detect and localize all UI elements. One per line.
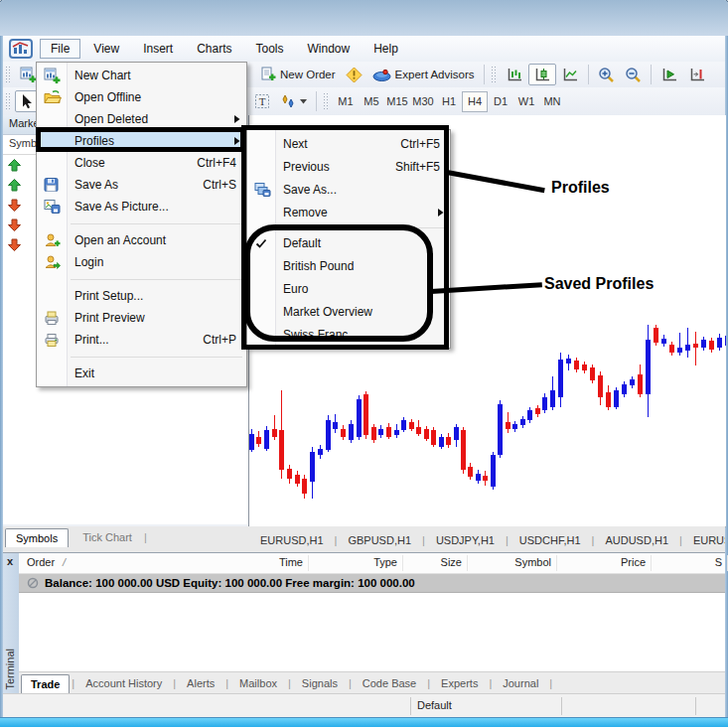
terminal-close-button[interactable]: x [7, 555, 13, 567]
candle-body [468, 467, 473, 477]
terminal-tab-journal[interactable]: Journal [494, 674, 547, 692]
menu-item-close[interactable]: CloseCtrl+F4 [37, 152, 246, 174]
annotation-label-saved-profiles: Saved Profiles [544, 275, 654, 293]
toolbar-grip[interactable] [5, 66, 12, 83]
candle-body [446, 437, 451, 445]
candle-body [506, 422, 510, 429]
menu-item-save-as-picture[interactable]: Save As Picture... [37, 196, 246, 218]
terminal-column-price[interactable]: Price [621, 556, 646, 568]
toolbar-grip[interactable] [323, 92, 330, 110]
status-profile: Default [417, 699, 452, 711]
terminal-column-symbol[interactable]: Symbol [514, 556, 551, 568]
menu-item-login[interactable]: Login [37, 251, 246, 273]
menu-item-open-offline[interactable]: Open Offline [37, 86, 246, 108]
menubar-item-file[interactable]: File [40, 39, 80, 59]
text-button[interactable]: T [249, 90, 275, 112]
menu-item-new-chart[interactable]: New Chart [37, 65, 246, 86]
toolbar-separator [316, 91, 317, 111]
expert-advisors-icon [372, 68, 391, 82]
timeframe-button-mn[interactable]: MN [539, 91, 565, 112]
terminal-tab-experts[interactable]: Experts [432, 674, 487, 692]
chart-tab[interactable]: USDCHF,H1 [519, 534, 581, 546]
tab-separator: | [679, 534, 682, 546]
menu-item-exit[interactable]: Exit [37, 363, 246, 384]
chart-tab[interactable]: GBPUSD,H1 [348, 534, 411, 546]
new-order-button[interactable]: New Order [255, 64, 341, 85]
candle-body [654, 328, 658, 343]
indicator-button[interactable] [275, 90, 312, 112]
menu-item-print-preview[interactable]: Print Preview [37, 307, 246, 329]
terminal-column-time[interactable]: Time [279, 556, 303, 568]
column-separator [651, 555, 652, 571]
toolbar-grip[interactable] [5, 92, 12, 110]
market-watch-tab-symbols[interactable]: Symbols [5, 528, 69, 547]
terminal-column-size[interactable]: Size [441, 556, 462, 568]
menu-item-label: New Chart [74, 69, 131, 82]
tab-separator: | [335, 534, 338, 546]
menubar-item-view[interactable]: View [82, 39, 130, 59]
menubar-item-charts[interactable]: Charts [186, 39, 242, 59]
market-watch-tab-tick-chart[interactable]: Tick Chart [73, 528, 142, 546]
timeframe-button-m1[interactable]: M1 [333, 91, 359, 112]
chart-tab[interactable]: AUDUSD,H1 [605, 534, 668, 546]
candle-body [476, 474, 481, 481]
terminal-table-header[interactable]: Order/TimeTypeSizeSymbolPriceS [19, 553, 725, 574]
menu-item-label: Save As [74, 178, 118, 192]
printer-icon [44, 333, 60, 348]
terminal-tab-alerts[interactable]: Alerts [178, 674, 223, 692]
zoom-in-button[interactable] [593, 64, 620, 85]
balance-row[interactable]: Balance: 100 000.00 USD Equity: 100 000.… [19, 574, 725, 593]
zoom-out-button[interactable] [620, 64, 647, 85]
mt-logo-icon[interactable] [9, 39, 33, 59]
menubar-item-insert[interactable]: Insert [132, 39, 184, 59]
terminal-column-s[interactable]: S [715, 556, 722, 568]
menu-item-label: Exit [74, 366, 94, 380]
terminal-tab-account-history[interactable]: Account History [76, 674, 171, 692]
menu-item-label: Open an Account [74, 233, 166, 247]
column-separator [467, 555, 468, 571]
chart-tab-bar: EURUSD,H1|GBPUSD,H1|USDJPY,H1|USDCHF,H1|… [251, 530, 725, 550]
candle-body [677, 348, 682, 353]
expert-advisors-button[interactable]: Expert Advisors [367, 65, 480, 85]
menubar-item-tools[interactable]: Tools [245, 39, 295, 59]
timeframe-button-m15[interactable]: M15 [384, 91, 410, 112]
terminal-tab-mailbox[interactable]: Mailbox [230, 674, 286, 692]
menu-item-print[interactable]: Print...Ctrl+P [37, 329, 246, 351]
terminal-column-type[interactable]: Type [373, 556, 397, 568]
terminal-column-order[interactable]: Order [27, 556, 55, 568]
timeframe-button-w1[interactable]: W1 [513, 91, 539, 112]
chart-tab[interactable]: EURUSD,H4 (off [693, 534, 725, 546]
candle-body [550, 390, 555, 407]
candlestick-chart-icon [533, 67, 551, 82]
terminal-tab-code-base[interactable]: Code Base [354, 674, 425, 692]
balance-status-icon [27, 577, 39, 589]
auto-scroll-button[interactable] [655, 64, 683, 85]
tab-separator: | [173, 677, 176, 689]
timeframe-button-m30[interactable]: M30 [410, 91, 436, 112]
market-watch-tabs: SymbolsTick Chart| [5, 526, 149, 548]
candlestick-chart-button[interactable] [528, 64, 556, 85]
timeframe-button-d1[interactable]: D1 [488, 91, 513, 112]
menubar-item-window[interactable]: Window [297, 39, 362, 59]
chart-tab[interactable]: USDJPY,H1 [436, 534, 495, 546]
timeframe-button-h1[interactable]: H1 [436, 91, 462, 112]
candle-body [512, 424, 517, 429]
menu-item-open-an-account[interactable]: Open an Account [37, 229, 246, 251]
menu-item-save-as[interactable]: Save AsCtrl+S [37, 174, 246, 196]
toolbar-grip[interactable] [491, 66, 498, 83]
chart-shift-button[interactable] [683, 64, 711, 85]
chart-tab[interactable]: EURUSD,H1 [260, 534, 324, 546]
menubar-item-help[interactable]: Help [363, 39, 409, 59]
terminal-tab-signals[interactable]: Signals [293, 674, 347, 692]
alert-button[interactable] [341, 64, 367, 86]
menu-item-shortcut: Ctrl+F4 [197, 156, 236, 170]
candle-body [386, 427, 391, 437]
line-chart-button[interactable] [556, 64, 584, 85]
timeframe-button-h4[interactable]: H4 [462, 91, 488, 112]
menu-item-print-setup[interactable]: Print Setup... [37, 285, 246, 307]
timeframe-button-m5[interactable]: M5 [359, 91, 384, 112]
terminal-tab-trade[interactable]: Trade [21, 674, 70, 693]
bar-chart-button[interactable] [501, 64, 528, 85]
warning-icon [346, 67, 363, 83]
terminal-panel: Order/TimeTypeSizeSymbolPriceS Balance: … [19, 552, 725, 672]
